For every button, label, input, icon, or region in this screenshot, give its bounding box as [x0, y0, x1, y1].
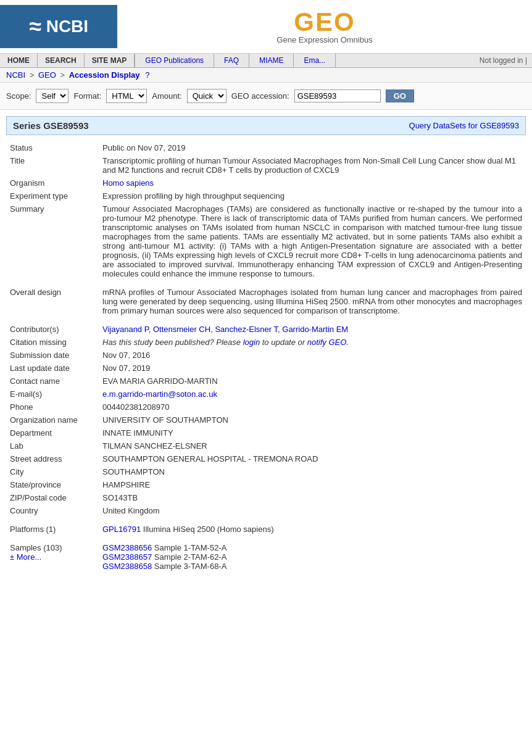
contributor-2[interactable]: Ottensmeier CH — [153, 325, 210, 334]
contact-value: EVA MARIA GARRIDO-MARTIN — [99, 375, 526, 388]
city-label: City — [6, 465, 99, 478]
nav-miame[interactable]: MIAME — [249, 54, 294, 67]
title-label: Title — [6, 154, 99, 177]
country-label: Country — [6, 504, 99, 517]
ncbi-logo-text: NCBI — [46, 17, 88, 36]
sample-1-link[interactable]: GSM2388656 — [102, 543, 152, 552]
email-value: e.m.garrido-martin@soton.ac.uk — [99, 388, 526, 401]
exp-type-value: Expression profiling by high throughput … — [99, 189, 526, 202]
list-item: GSM2388658 Sample 3-TAM-68-A — [102, 562, 522, 571]
organism-label: Organism — [6, 177, 99, 189]
nav-right: GEO Publications FAQ MIAME Ema... Not lo… — [135, 54, 532, 67]
citation-text1: Has this study been published? Please — [102, 338, 243, 347]
ncbi-logo: ≈ NCBI — [0, 5, 117, 48]
table-row-dept: Department INNATE IMMUNITY — [6, 426, 526, 439]
title-value: Transcriptomic profiling of human Tumour… — [99, 154, 526, 177]
street-value: SOUTHAMPTON GENERAL HOSPITAL - TREMONA R… — [99, 452, 526, 465]
organism-link[interactable]: Homo sapiens — [102, 178, 154, 188]
platforms-value: GPL16791 Illumina HiSeq 2500 (Homo sapie… — [99, 517, 526, 536]
submission-date-label: Submission date — [6, 349, 99, 362]
series-id: Series GSE89593 — [13, 120, 89, 131]
citation-value: Has this study been published? Please lo… — [99, 336, 526, 349]
state-label: State/province — [6, 478, 99, 491]
nav-left: HOME SEARCH SITE MAP — [0, 54, 135, 67]
table-row-summary: Summary Tumour Associated Macrophages (T… — [6, 202, 526, 280]
nav-search[interactable]: SEARCH — [38, 54, 85, 67]
table-row-contributors: Contributor(s) Vijayanand P, Ottensmeier… — [6, 317, 526, 336]
contributors-label: Contributor(s) — [6, 317, 99, 336]
help-icon[interactable]: ? — [145, 70, 149, 80]
info-table: Status Public on Nov 07, 2019 Title Tran… — [6, 141, 526, 573]
table-row-lab: Lab TILMAN SANCHEZ-ELSNER — [6, 439, 526, 452]
page-header: ≈ NCBI GEO Gene Expression Omnibus — [0, 0, 532, 54]
table-row-organism: Organism Homo sapiens — [6, 177, 526, 189]
samples-list: GSM2388656 Sample 1-TAM-52-A GSM2388657 … — [99, 536, 526, 573]
platform-desc: Illumina HiSeq 2500 (Homo sapiens) — [143, 525, 274, 534]
phone-label: Phone — [6, 401, 99, 413]
accession-input[interactable] — [294, 89, 381, 102]
ncbi-symbol-icon: ≈ — [29, 14, 41, 39]
sample-3-desc: Sample 3-TAM-68-A — [154, 562, 227, 571]
table-row-citation: Citation missing Has this study been pub… — [6, 336, 526, 349]
samples-label: Samples (103) ± More... — [6, 536, 99, 573]
format-label: Format: — [73, 91, 101, 101]
platforms-label: Platforms (1) — [6, 517, 99, 536]
citation-notify-link[interactable]: notify GEO — [307, 338, 347, 347]
breadcrumb-geo[interactable]: GEO — [38, 70, 56, 80]
not-logged-in: Not logged in | — [475, 54, 532, 67]
org-value: UNIVERSITY OF SOUTHAMPTON — [99, 413, 526, 426]
scope-select[interactable]: Self All — [36, 89, 69, 103]
platform-id-link[interactable]: GPL16791 — [102, 525, 141, 534]
nav-geo-publications[interactable]: GEO Publications — [135, 54, 214, 67]
main-content: Series GSE89593 Query DataSets for GSE89… — [0, 110, 532, 579]
submission-date-value: Nov 07, 2016 — [99, 349, 526, 362]
nav-faq[interactable]: FAQ — [214, 54, 249, 67]
table-row-city: City SOUTHAMPTON — [6, 465, 526, 478]
nav-sitemap[interactable]: SITE MAP — [85, 54, 135, 67]
table-row-platforms: Platforms (1) GPL16791 Illumina HiSeq 25… — [6, 517, 526, 536]
citation-login-link[interactable]: login — [243, 338, 260, 347]
org-label: Organization name — [6, 413, 99, 426]
dept-label: Department — [6, 426, 99, 439]
table-row-zip: ZIP/Postal code SO143TB — [6, 491, 526, 504]
city-value: SOUTHAMPTON — [99, 465, 526, 478]
format-select[interactable]: HTML Text — [106, 89, 147, 103]
sample-3-link[interactable]: GSM2388658 — [102, 562, 152, 571]
geo-title: GEO — [276, 9, 372, 35]
nav-email[interactable]: Ema... — [294, 54, 336, 67]
table-row-overall-design: Overall design mRNA profiles of Tumour A… — [6, 280, 526, 317]
sample-2-desc: Sample 2-TAM-62-A — [154, 552, 227, 562]
contributors-value: Vijayanand P, Ottensmeier CH, Sanchez-El… — [99, 317, 526, 336]
table-row-submission-date: Submission date Nov 07, 2016 — [6, 349, 526, 362]
breadcrumb: NCBI > GEO > Accession Display ? — [6, 70, 149, 80]
go-button[interactable]: GO — [386, 89, 414, 102]
citation-text2: to update or — [260, 338, 307, 347]
contributor-3[interactable]: Sanchez-Elsner T — [215, 325, 278, 334]
contributor-1[interactable]: Vijayanand P — [102, 325, 149, 334]
nav-home[interactable]: HOME — [0, 54, 38, 67]
table-row-exp-type: Experiment type Expression profiling by … — [6, 189, 526, 202]
dept-value: INNATE IMMUNITY — [99, 426, 526, 439]
sample-2-link[interactable]: GSM2388657 — [102, 552, 152, 562]
last-update-value: Nov 07, 2019 — [99, 362, 526, 375]
breadcrumb-ncbi[interactable]: NCBI — [6, 70, 25, 80]
query-datasets-link[interactable]: Query DataSets for GSE89593 — [409, 121, 519, 130]
nav-bar: HOME SEARCH SITE MAP GEO Publications FA… — [0, 54, 532, 68]
zip-value: SO143TB — [99, 491, 526, 504]
list-item: GSM2388656 Sample 1-TAM-52-A — [102, 543, 522, 552]
email-link[interactable]: e.m.garrido-martin@soton.ac.uk — [102, 389, 217, 399]
more-samples-link[interactable]: ± More... — [10, 552, 41, 562]
table-row-email: E-mail(s) e.m.garrido-martin@soton.ac.uk — [6, 388, 526, 401]
country-value: United Kingdom — [99, 504, 526, 517]
breadcrumb-current[interactable]: Accession Display — [69, 70, 140, 80]
amount-select[interactable]: Quick Full — [187, 89, 227, 103]
contributor-4[interactable]: Garrido-Martin EM — [282, 325, 348, 334]
geo-logo-area: GEO Gene Expression Omnibus — [117, 9, 532, 44]
table-row-org: Organization name UNIVERSITY OF SOUTHAMP… — [6, 413, 526, 426]
sample-1-desc: Sample 1-TAM-52-A — [154, 543, 227, 552]
table-row-contact: Contact name EVA MARIA GARRIDO-MARTIN — [6, 375, 526, 388]
geo-logo: GEO Gene Expression Omnibus — [276, 9, 372, 44]
summary-value: Tumour Associated Macrophages (TAMs) are… — [99, 202, 526, 280]
table-row-phone: Phone 004402381208970 — [6, 401, 526, 413]
scope-label: Scope: — [6, 91, 31, 101]
